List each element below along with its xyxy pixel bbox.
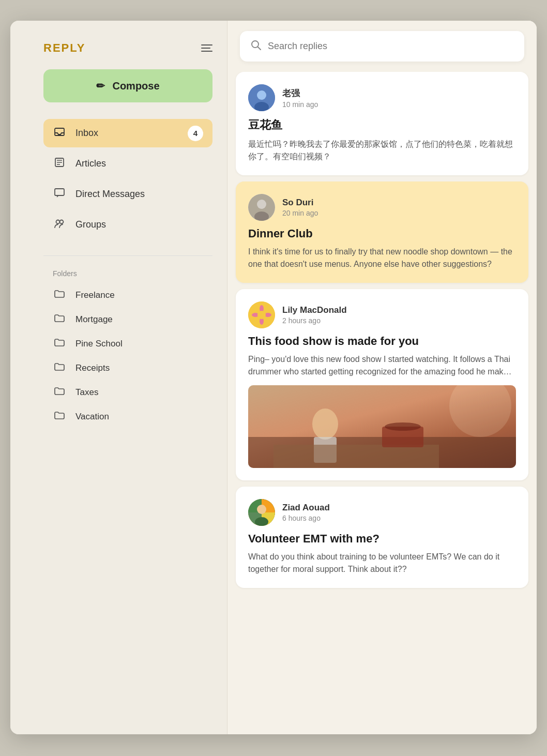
message-image <box>248 385 516 468</box>
folder-icon-vacation <box>53 411 66 422</box>
time-ago: 10 min ago <box>282 100 318 109</box>
folder-freelance[interactable]: Freelance <box>43 283 212 307</box>
message-card-soduri[interactable]: So Duri 20 min ago Dinner Club I think i… <box>236 182 528 283</box>
search-icon <box>250 39 262 53</box>
message-preview: I think it's time for us to finally try … <box>248 246 516 270</box>
search-bar <box>240 31 524 62</box>
folder-mortgage[interactable]: Mortgage <box>43 307 212 331</box>
app-container: REPLY ✏ Compose Inbox 4 <box>10 21 537 734</box>
folder-receipts-label: Receipts <box>75 363 110 373</box>
svg-point-20 <box>257 311 266 319</box>
search-input[interactable] <box>268 41 514 52</box>
folder-vacation-label: Vacation <box>75 412 109 422</box>
folder-icon-receipts <box>53 362 66 374</box>
dm-label: Direct Messages <box>75 189 145 200</box>
avatar-ziad <box>248 499 275 526</box>
message-header: Lily MacDonald 2 hours ago <box>248 301 516 328</box>
time-ago: 2 hours ago <box>282 316 347 325</box>
folder-mortgage-label: Mortgage <box>75 314 113 325</box>
sidebar-item-inbox[interactable]: Inbox 4 <box>43 119 212 147</box>
inbox-icon <box>53 126 66 140</box>
svg-point-23 <box>312 409 338 440</box>
sender-info: So Duri 20 min ago <box>282 198 318 217</box>
sender-info: Lily MacDonald 2 hours ago <box>282 305 347 325</box>
dm-icon <box>53 187 66 201</box>
sidebar-item-groups[interactable]: Groups <box>43 210 212 239</box>
search-bar-container <box>227 21 537 72</box>
message-card-ziad[interactable]: Ziad Aouad 6 hours ago Volunteer EMT wit… <box>236 487 528 588</box>
message-subject: 豆花鱼 <box>248 117 516 133</box>
message-card-lily[interactable]: Lily MacDonald 2 hours ago This food sho… <box>236 289 528 480</box>
message-preview: 最近忙吗？昨晚我去了你最爱的那家饭馆，点了他们的特色菜，吃着就想你了。有空咱们视… <box>248 138 516 163</box>
svg-point-10 <box>257 90 266 100</box>
folder-icon-taxes <box>53 386 66 398</box>
folder-pine-school[interactable]: Pine School <box>43 331 212 356</box>
groups-label: Groups <box>75 219 106 230</box>
app-logo: REPLY <box>43 41 85 55</box>
message-header: Ziad Aouad 6 hours ago <box>248 499 516 526</box>
articles-label: Articles <box>75 158 106 169</box>
folder-taxes[interactable]: Taxes <box>43 380 212 404</box>
main-content: 老强 10 min ago 豆花鱼 最近忙吗？昨晚我去了你最爱的那家饭馆，点了他… <box>227 21 537 734</box>
svg-point-27 <box>385 422 421 431</box>
svg-rect-5 <box>55 189 64 195</box>
folder-icon-pine-school <box>53 338 66 350</box>
sender-info: 老强 10 min ago <box>282 87 318 109</box>
sidebar-item-direct-messages[interactable]: Direct Messages <box>43 180 212 208</box>
folder-icon-mortgage <box>53 313 66 325</box>
sender-name: So Duri <box>282 198 318 208</box>
folders-label: Folders <box>43 269 212 278</box>
sidebar-header: REPLY <box>43 41 212 55</box>
svg-point-7 <box>60 220 64 224</box>
sidebar: REPLY ✏ Compose Inbox 4 <box>10 21 227 734</box>
sender-info: Ziad Aouad 6 hours ago <box>282 503 330 522</box>
message-preview: Ping– you'd love this new food show I st… <box>248 353 516 378</box>
message-subject: Volunteer EMT with me? <box>248 532 516 546</box>
sidebar-item-articles[interactable]: Articles <box>43 149 212 178</box>
folder-taxes-label: Taxes <box>75 387 98 398</box>
folder-freelance-label: Freelance <box>75 290 115 300</box>
avatar-lily <box>248 301 275 328</box>
message-subject: This food show is made for you <box>248 335 516 348</box>
articles-icon <box>53 157 66 171</box>
time-ago: 20 min ago <box>282 209 318 217</box>
message-header: 老强 10 min ago <box>248 84 516 111</box>
folder-icon-freelance <box>53 289 66 301</box>
message-preview: What do you think about training to be v… <box>248 551 516 576</box>
messages-list: 老强 10 min ago 豆花鱼 最近忙吗？昨晚我去了你最爱的那家饭馆，点了他… <box>227 72 537 734</box>
folders-section: Folders Freelance Mortgage Pine School <box>43 269 212 429</box>
sender-name: Lily MacDonald <box>282 305 347 315</box>
inbox-label: Inbox <box>75 128 98 139</box>
menu-icon[interactable] <box>201 44 212 52</box>
folder-vacation[interactable]: Vacation <box>43 404 212 429</box>
svg-rect-25 <box>274 445 439 468</box>
message-subject: Dinner Club <box>248 227 516 240</box>
sender-name: 老强 <box>282 87 318 99</box>
avatar-laoqiang <box>248 84 275 111</box>
nav-items: Inbox 4 Articles <box>43 119 212 239</box>
svg-point-30 <box>257 505 266 514</box>
sender-name: Ziad Aouad <box>282 503 330 513</box>
inbox-badge: 4 <box>188 126 203 141</box>
compose-button[interactable]: ✏ Compose <box>43 69 212 102</box>
avatar-soduri <box>248 194 275 221</box>
message-card-laoqiang[interactable]: 老强 10 min ago 豆花鱼 最近忙吗？昨晚我去了你最爱的那家饭馆，点了他… <box>236 72 528 175</box>
svg-point-13 <box>257 200 266 209</box>
groups-icon <box>53 218 66 232</box>
svg-point-6 <box>56 220 60 224</box>
compose-label: Compose <box>112 80 159 92</box>
message-header: So Duri 20 min ago <box>248 194 516 221</box>
pencil-icon: ✏ <box>96 80 105 92</box>
time-ago: 6 hours ago <box>282 514 330 522</box>
folder-pine-school-label: Pine School <box>75 339 123 349</box>
folder-receipts[interactable]: Receipts <box>43 356 212 380</box>
